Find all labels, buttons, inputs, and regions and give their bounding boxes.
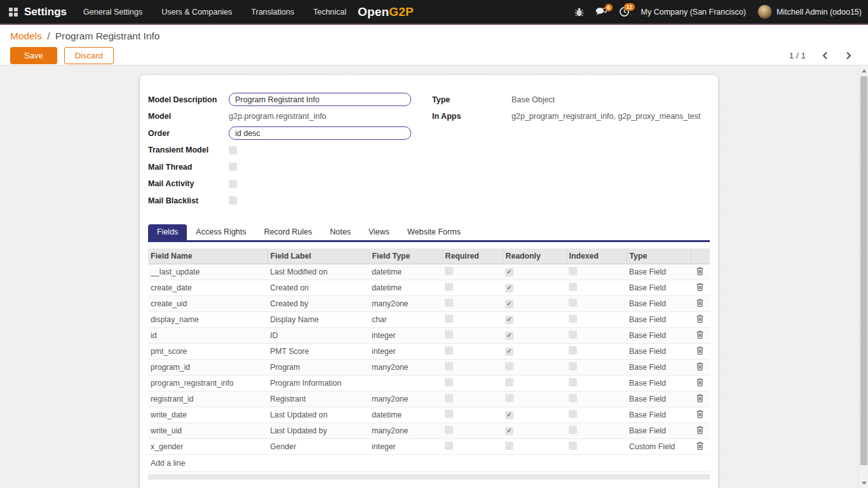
tab-website-forms[interactable]: Website Forms bbox=[398, 224, 470, 240]
tab-access-rights[interactable]: Access Rights bbox=[187, 224, 255, 240]
scroll-down-arrow[interactable] bbox=[862, 482, 867, 485]
cell-field-label[interactable]: Last Modified on bbox=[268, 264, 369, 280]
delete-row-button[interactable] bbox=[691, 327, 710, 343]
delete-row-button[interactable] bbox=[691, 264, 710, 280]
cell-field-label[interactable]: Registrant bbox=[268, 391, 369, 407]
app-title[interactable]: Settings bbox=[24, 6, 67, 18]
pager-next-button[interactable] bbox=[844, 50, 853, 61]
delete-row-button[interactable] bbox=[691, 280, 710, 295]
indexed-checkbox[interactable] bbox=[569, 362, 577, 370]
cell-field-name[interactable]: registrant_id bbox=[148, 391, 268, 407]
header-readonly[interactable]: Readonly bbox=[503, 248, 566, 264]
model-description-input[interactable] bbox=[229, 93, 411, 106]
cell-field-type[interactable] bbox=[369, 375, 442, 391]
header-indexed[interactable]: Indexed bbox=[566, 248, 627, 264]
readonly-checkbox[interactable] bbox=[505, 394, 513, 402]
cell-field-name[interactable]: x_gender bbox=[148, 438, 268, 454]
add-a-line-link[interactable]: Add a line bbox=[148, 454, 710, 471]
cell-type[interactable]: Base Field bbox=[627, 423, 691, 438]
delete-row-button[interactable] bbox=[691, 438, 710, 454]
cell-type[interactable]: Base Field bbox=[627, 327, 691, 343]
cell-field-label[interactable]: Created on bbox=[268, 280, 369, 295]
required-checkbox[interactable] bbox=[445, 362, 453, 370]
cell-field-name[interactable]: create_date bbox=[148, 280, 268, 295]
cell-field-type[interactable]: many2one bbox=[369, 391, 442, 407]
cell-type[interactable]: Base Field bbox=[627, 407, 691, 423]
discard-button[interactable]: Discard bbox=[64, 47, 114, 64]
table-row[interactable]: x_gender Gender integer Custom Field bbox=[148, 438, 710, 454]
cell-field-label[interactable]: Program Information bbox=[268, 375, 369, 391]
cell-field-type[interactable]: datetime bbox=[369, 280, 442, 295]
cell-type[interactable]: Base Field bbox=[627, 359, 691, 375]
debug-bug-icon[interactable] bbox=[574, 7, 584, 17]
scrollbar-thumb[interactable] bbox=[860, 76, 867, 465]
cell-field-type[interactable]: datetime bbox=[369, 407, 442, 423]
delete-row-button[interactable] bbox=[691, 359, 710, 375]
indexed-checkbox[interactable] bbox=[569, 410, 577, 418]
readonly-checkbox[interactable] bbox=[505, 378, 513, 386]
cell-field-name[interactable]: __last_update bbox=[148, 264, 268, 280]
cell-field-label[interactable]: Program bbox=[268, 359, 369, 375]
required-checkbox[interactable] bbox=[445, 299, 453, 307]
table-row[interactable]: registrant_id Registrant many2one Base F… bbox=[148, 391, 710, 407]
cell-field-type[interactable]: integer bbox=[369, 438, 442, 454]
header-field-type[interactable]: Field Type bbox=[369, 248, 442, 264]
table-row[interactable]: write_date Last Updated on datetime Base… bbox=[148, 407, 710, 423]
readonly-checkbox[interactable] bbox=[505, 300, 513, 308]
required-checkbox[interactable] bbox=[445, 410, 453, 418]
required-checkbox[interactable] bbox=[445, 283, 453, 291]
company-switcher[interactable]: My Company (San Francisco) bbox=[641, 8, 746, 17]
cell-field-name[interactable]: pmt_score bbox=[148, 343, 268, 359]
table-row[interactable]: pmt_score PMT Score integer Base Field bbox=[148, 343, 710, 359]
cell-field-type[interactable]: integer bbox=[369, 327, 442, 343]
readonly-checkbox[interactable] bbox=[505, 332, 513, 340]
tab-views[interactable]: Views bbox=[360, 224, 398, 240]
cell-field-label[interactable]: Last Updated by bbox=[268, 423, 369, 438]
transient-model-checkbox[interactable] bbox=[229, 146, 237, 154]
indexed-checkbox[interactable] bbox=[569, 283, 577, 291]
delete-row-button[interactable] bbox=[691, 295, 710, 311]
table-row[interactable]: program_id Program many2one Base Field bbox=[148, 359, 710, 375]
indexed-checkbox[interactable] bbox=[569, 426, 577, 434]
indexed-checkbox[interactable] bbox=[569, 315, 577, 323]
activities-clock-icon[interactable]: 12 bbox=[619, 6, 630, 17]
cell-field-name[interactable]: program_registrant_info bbox=[148, 375, 268, 391]
table-row[interactable]: create_uid Created by many2one Base Fiel… bbox=[148, 295, 710, 311]
delete-row-button[interactable] bbox=[691, 407, 710, 423]
required-checkbox[interactable] bbox=[445, 394, 453, 402]
tab-record-rules[interactable]: Record Rules bbox=[255, 224, 322, 240]
cell-type[interactable]: Base Field bbox=[627, 311, 691, 327]
user-menu[interactable]: Mitchell Admin (odoo15) bbox=[757, 4, 862, 19]
header-field-name[interactable]: Field Name bbox=[148, 248, 268, 264]
required-checkbox[interactable] bbox=[445, 330, 453, 339]
table-row[interactable]: write_uid Last Updated by many2one Base … bbox=[148, 423, 710, 438]
readonly-checkbox[interactable] bbox=[505, 268, 513, 276]
header-field-label[interactable]: Field Label bbox=[268, 248, 369, 264]
readonly-checkbox[interactable] bbox=[505, 348, 513, 356]
indexed-checkbox[interactable] bbox=[569, 346, 577, 355]
readonly-checkbox[interactable] bbox=[505, 316, 513, 324]
header-required[interactable]: Required bbox=[442, 248, 503, 264]
order-input[interactable] bbox=[229, 126, 411, 140]
cell-field-type[interactable]: char bbox=[369, 311, 442, 327]
table-row[interactable]: __last_update Last Modified on datetime … bbox=[148, 264, 710, 280]
indexed-checkbox[interactable] bbox=[569, 442, 577, 450]
pager-value[interactable]: 1 / 1 bbox=[789, 51, 806, 60]
cell-field-label[interactable]: ID bbox=[268, 327, 369, 343]
mail-activity-checkbox[interactable] bbox=[229, 180, 237, 188]
save-button[interactable]: Save bbox=[10, 47, 57, 64]
breadcrumb-models-link[interactable]: Models bbox=[10, 30, 42, 41]
tab-notes[interactable]: Notes bbox=[321, 224, 360, 240]
required-checkbox[interactable] bbox=[445, 426, 453, 434]
readonly-checkbox[interactable] bbox=[505, 411, 513, 419]
required-checkbox[interactable] bbox=[445, 442, 453, 450]
indexed-checkbox[interactable] bbox=[569, 378, 577, 386]
cell-field-type[interactable]: datetime bbox=[369, 264, 442, 280]
pager-previous-button[interactable] bbox=[821, 50, 829, 61]
cell-field-name[interactable]: create_uid bbox=[148, 295, 268, 311]
delete-row-button[interactable] bbox=[691, 311, 710, 327]
readonly-checkbox[interactable] bbox=[505, 284, 513, 292]
cell-type[interactable]: Custom Field bbox=[627, 438, 691, 454]
table-horizontal-scrollbar[interactable] bbox=[148, 474, 710, 480]
cell-field-label[interactable]: PMT Score bbox=[268, 343, 369, 359]
